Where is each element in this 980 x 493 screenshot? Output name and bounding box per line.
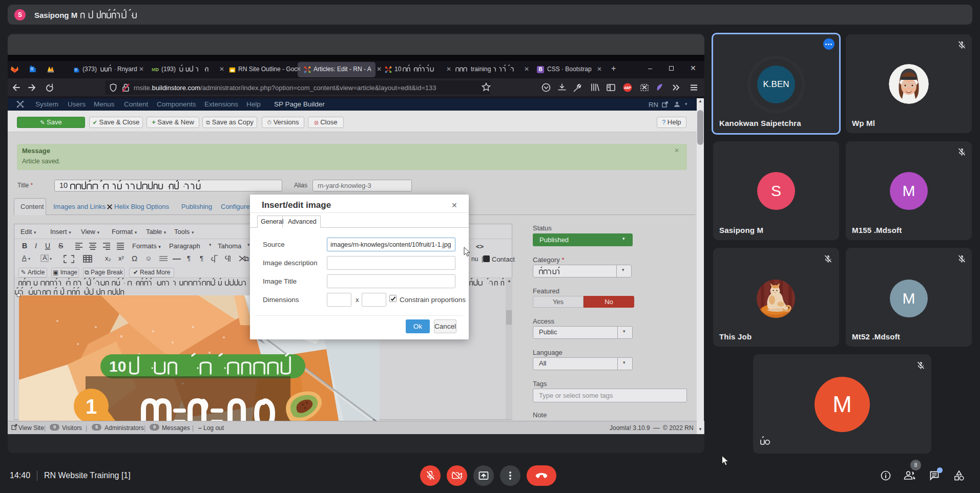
svg-text:S: S <box>58 242 63 250</box>
svg-text:¶: ¶ <box>187 254 191 262</box>
svg-text:A: A <box>22 254 27 262</box>
svg-text:Ω: Ω <box>132 254 137 263</box>
svg-text:x²: x² <box>118 254 124 262</box>
svg-text:I: I <box>35 242 37 250</box>
svg-text:B: B <box>22 242 27 250</box>
svg-text:¶: ¶ <box>200 254 203 262</box>
svg-text:▾: ▾ <box>28 256 30 261</box>
svg-text:ABP: ABP <box>624 86 631 90</box>
svg-text:▾: ▾ <box>50 256 52 261</box>
svg-text:10: 10 <box>109 358 126 375</box>
svg-text:x₂: x₂ <box>105 254 111 262</box>
svg-text:☺: ☺ <box>145 254 152 262</box>
svg-text:1: 1 <box>86 395 97 418</box>
svg-text:U: U <box>45 242 50 250</box>
